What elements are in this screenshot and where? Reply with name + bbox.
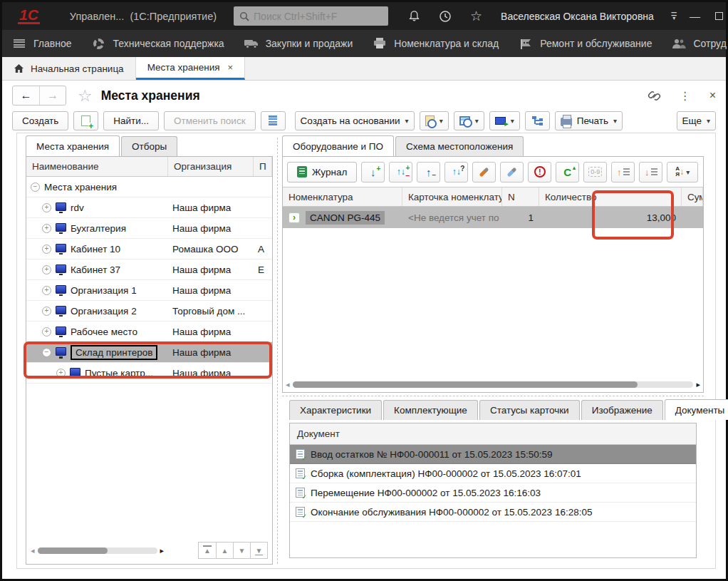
column-name[interactable]: Наименование <box>26 157 168 176</box>
current-user-name[interactable]: Васелевская Оксана Викторовна <box>501 11 654 22</box>
scroll-left-icon[interactable]: ◂ <box>286 380 290 389</box>
movement-unknown-button[interactable]: ↑↓? <box>444 162 468 182</box>
tab-components[interactable]: Комплектующие <box>383 400 478 420</box>
vertical-splitter[interactable] <box>277 138 278 564</box>
find-button[interactable]: Найти... <box>103 111 159 130</box>
document-row[interactable]: Окончание обслуживания НФ00-000002 от 15… <box>290 503 696 522</box>
tab-card-statuses[interactable]: Статусы карточки <box>479 400 580 420</box>
horizontal-scrollbar[interactable] <box>293 381 694 388</box>
expand-icon[interactable]: + <box>42 265 51 274</box>
barcode-button-disabled[interactable]: 0-9 <box>583 162 607 182</box>
expand-icon[interactable]: + <box>42 245 51 254</box>
tree-row[interactable]: +Организация 2 Торговый дом ... <box>26 301 272 322</box>
column-card[interactable]: Карточка номенклатуры <box>402 187 502 206</box>
notifications-bell-icon[interactable] <box>408 10 420 22</box>
expand-icon[interactable]: + <box>42 286 51 295</box>
service-start-button[interactable] <box>472 162 496 182</box>
forward-button[interactable]: → <box>39 86 66 105</box>
menu-item-main[interactable]: Главное <box>2 30 82 57</box>
history-icon[interactable] <box>439 10 452 23</box>
create-based-on-button[interactable]: Создать на основании▾ <box>295 111 415 130</box>
menu-item-nomenclature-warehouse[interactable]: Номенклатура и склад <box>363 30 509 57</box>
get-link-icon[interactable] <box>648 90 661 102</box>
blue-tool-icon <box>507 167 517 177</box>
column-extra[interactable]: П <box>254 157 272 176</box>
tab-characteristics[interactable]: Характеристики <box>289 400 382 420</box>
service-menu-icon[interactable]: =▾ <box>671 12 677 21</box>
document-row-selected[interactable]: Ввод остатков № НФ00-000011 от 15.05.202… <box>290 445 696 464</box>
stop-accounting-button[interactable]: ! <box>528 162 551 182</box>
move-to-top-button[interactable]: ▲ <box>199 543 216 558</box>
move-row-up-button[interactable]: ↑ <box>611 162 635 182</box>
scroll-right-icon[interactable]: ▸ <box>160 546 165 555</box>
menu-item-staff[interactable]: Сотруд <box>662 30 728 57</box>
menu-item-purchases-sales[interactable]: Закупки и продажи <box>234 30 363 57</box>
collapse-icon[interactable]: − <box>31 182 40 192</box>
favorites-star-icon[interactable]: ☆ <box>470 8 482 24</box>
move-down-button[interactable]: ▼ <box>233 543 250 558</box>
tree-row[interactable]: +Кабинет 37 Наша фирма Е <box>26 259 272 280</box>
refresh-button[interactable]: C <box>556 162 579 182</box>
tree-row[interactable]: +Кабинет 10 Ромашка ООО А <box>26 239 272 259</box>
horizontal-splitter[interactable] <box>282 396 704 396</box>
tree-row[interactable]: +Организация 1 Наша фирма <box>26 280 272 301</box>
list-settings-button[interactable] <box>261 111 286 130</box>
column-document[interactable]: Документ <box>297 428 340 439</box>
report-dropdown[interactable]: ▾ <box>454 111 484 130</box>
movement-button[interactable]: ↑↓+− <box>389 162 412 182</box>
minimize-button[interactable]: — <box>683 6 707 27</box>
expand-icon[interactable]: + <box>42 203 51 212</box>
tab-image[interactable]: Изображение <box>581 400 663 420</box>
tree-row-root[interactable]: −Места хранения <box>26 177 272 197</box>
tree-row[interactable]: +Бухгалтерия Наша фирма <box>26 218 272 239</box>
tab-storage-places[interactable]: Места хранения × <box>136 57 246 80</box>
move-up-button[interactable]: ▲ <box>216 543 233 558</box>
tab-documents[interactable]: Документы <box>665 399 728 420</box>
tab-storage-list[interactable]: Места хранения <box>26 135 120 156</box>
column-n[interactable]: N <box>502 187 539 206</box>
tab-equipment[interactable]: Оборудование и ПО <box>282 135 394 156</box>
scroll-right-icon[interactable]: ▸ <box>696 380 700 389</box>
column-organization[interactable]: Организация <box>168 157 254 176</box>
menu-item-tech-support[interactable]: Техническая поддержка <box>82 30 234 57</box>
back-button[interactable]: ← <box>13 86 39 105</box>
document-row[interactable]: Сборка (комплектация) НФ00-000002 от 15.… <box>290 464 696 483</box>
writeoff-button[interactable]: ↑− <box>417 162 440 182</box>
tab-home[interactable]: Начальная страница <box>2 57 136 80</box>
create-group-button[interactable] <box>73 111 98 130</box>
maximize-button[interactable] <box>707 6 728 27</box>
more-menu-icon[interactable]: ⋮ <box>680 89 691 103</box>
cancel-search-button[interactable]: Отменить поиск <box>164 111 255 130</box>
tab-close-icon[interactable]: × <box>228 62 234 73</box>
tab-location-scheme[interactable]: Схема местоположения <box>395 136 524 156</box>
expand-icon[interactable]: + <box>42 327 51 336</box>
service-end-button[interactable] <box>500 162 524 182</box>
tab-filters[interactable]: Отборы <box>121 136 177 156</box>
receipt-button[interactable]: ↓+ <box>361 162 385 182</box>
tree-row[interactable]: +rdv Наша фирма <box>26 197 272 218</box>
search-input[interactable] <box>254 11 383 22</box>
column-sum[interactable]: Сумм <box>682 187 703 206</box>
create-button[interactable]: Создать <box>12 111 68 130</box>
expand-icon[interactable]: + <box>42 307 51 316</box>
document-history-dropdown[interactable]: ▾ <box>420 111 449 130</box>
add-favorite-star-icon[interactable]: ☆ <box>78 86 93 106</box>
journal-button[interactable]: Журнал <box>287 162 357 182</box>
document-row[interactable]: Перемещение НФ00-000002 от 15.05.2023 16… <box>290 483 696 503</box>
expand-icon[interactable]: + <box>42 224 51 233</box>
sort-button[interactable]: АЯ↓▾ <box>667 162 698 182</box>
equipment-dropdown[interactable]: ▾ <box>489 111 520 130</box>
menu-item-repair-service[interactable]: Ремонт и обслуживание <box>509 30 662 57</box>
move-to-bottom-button[interactable]: ▼ <box>250 543 267 558</box>
more-button[interactable]: Еще▾ <box>677 111 717 130</box>
horizontal-scrollbar[interactable] <box>38 547 157 554</box>
column-nomenclature[interactable]: Номенклатура <box>283 187 402 206</box>
global-search[interactable] <box>234 6 388 26</box>
close-form-icon[interactable]: × <box>709 89 716 102</box>
move-row-down-button[interactable]: ↓ <box>639 162 662 182</box>
tree-view-button[interactable] <box>525 111 550 130</box>
tree-row[interactable]: +Рабочее место Наша фирма <box>26 322 272 342</box>
scroll-left-icon[interactable]: ◂ <box>31 546 35 555</box>
page-title: Места хранения <box>101 88 200 103</box>
print-button[interactable]: Печать▾ <box>555 111 623 130</box>
